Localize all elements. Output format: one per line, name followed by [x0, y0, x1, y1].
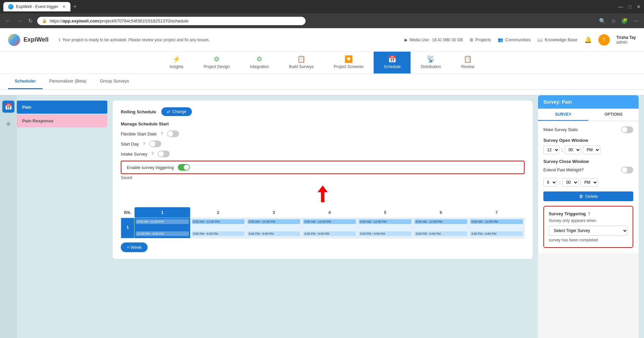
forward-button[interactable]: → [15, 16, 23, 25]
username: Trisha Tay [616, 35, 636, 40]
trigger-survey-select[interactable]: Select Triger Survey [549, 226, 628, 236]
make-static-toggle[interactable] [621, 126, 633, 133]
close-button[interactable]: ✕ [637, 4, 641, 9]
extensions-icon[interactable]: 🧩 [620, 16, 629, 25]
main-content: Rolling Schedule ⇄ Change Manage Schedul… [107, 95, 538, 338]
sub-tab-group-surveys[interactable]: Group Surveys [93, 74, 136, 89]
logo-area: ExpiWell [8, 34, 49, 46]
reload-button[interactable]: ↻ [27, 16, 34, 25]
flexible-start-row: Flexible Start Date ? [121, 130, 525, 137]
projects-nav[interactable]: ⊞ Projects [470, 37, 491, 42]
cal-day-1[interactable]: 3:00 AM - 12:00 PM 12:00 PM - 6:00 PM [135, 218, 191, 238]
project-design-icon: ⚙ [214, 55, 220, 63]
tab-integration[interactable]: ⚙ Integration [240, 52, 279, 73]
minimize-button[interactable]: — [619, 4, 623, 9]
new-tab-button[interactable]: + [73, 3, 77, 10]
cal-day-7[interactable]: 3:00 AM - 12:00 PM 3:00 PM - 6:00 PM [469, 218, 524, 238]
avatar[interactable]: T [598, 34, 610, 46]
cal-day-6[interactable]: 3:00 AM - 12:00 PM 3:00 PM - 6:00 PM [413, 218, 469, 238]
extend-midnight-toggle[interactable] [621, 167, 633, 173]
cal-day-3[interactable]: 3:00 AM - 12:00 PM 3:00 PM - 6:00 PM [246, 218, 302, 238]
warning-banner: ℹ Your project is ready to be activated.… [59, 38, 210, 42]
window-controls: — □ ✕ [619, 4, 641, 9]
project-screener-icon: 🔽 [344, 55, 353, 63]
menu-icon[interactable]: ⋯ [632, 16, 640, 25]
close-hour-select[interactable]: 6 [543, 178, 557, 187]
week-1-header[interactable]: 1 [135, 207, 191, 218]
tab-schedule[interactable]: 📅 Schedule [374, 52, 411, 73]
projects-icon: ⊞ [470, 37, 473, 42]
intake-survey-row: Intake Survey ? [121, 151, 525, 157]
delete-button[interactable]: 🗑 Delete [543, 191, 633, 201]
delete-icon: 🗑 [579, 194, 583, 199]
back-button[interactable]: ← [4, 16, 12, 25]
address-bar[interactable]: 🔒 https://app.expiwell.com/project/67078… [37, 17, 306, 25]
close-window-title: Survey Close Window [543, 159, 633, 164]
cal-day-4[interactable]: 3:00 AM - 12:00 PM 3:00 PM - 6:00 PM [302, 218, 357, 238]
week-3-header[interactable]: 3 [246, 207, 302, 218]
flexible-start-toggle[interactable] [167, 130, 179, 137]
browser-tab[interactable]: ExpiWell - Event trigger ✕ [3, 2, 70, 11]
knowledge-base-label: Knowledge Base [545, 37, 578, 42]
left-sidebar: Pain Pain Response [17, 95, 107, 338]
communities-label: Communities [505, 37, 531, 42]
week-6-header[interactable]: 6 [413, 207, 469, 218]
start-day-toggle[interactable] [149, 140, 161, 147]
tab-insights[interactable]: ⚡ Insights [160, 52, 194, 73]
add-week-button[interactable]: + Week [121, 242, 148, 252]
tab-favicon [8, 4, 13, 9]
tab-build-surveys[interactable]: 📋 Build Surveys [279, 52, 324, 73]
week-5-header[interactable]: 5 [357, 207, 413, 218]
start-day-row: Start Day ? [121, 140, 525, 147]
tab-review[interactable]: 📋 Review [451, 52, 484, 73]
calendar-sidebar-icon[interactable]: 📅 [2, 101, 14, 113]
make-static-label: Make Survey Static [543, 127, 578, 132]
tab-nav: ⚡ Insights ⚙ Project Design ⚙ Integratio… [0, 52, 644, 74]
user-role: admin [616, 40, 636, 45]
tab-close-button[interactable]: ✕ [62, 4, 66, 9]
enable-triggering-toggle[interactable] [178, 164, 190, 171]
flexible-start-help-icon: ? [161, 131, 163, 136]
tab-project-screener[interactable]: 🔽 Project Screener [324, 52, 374, 73]
sidebar-item-pain[interactable]: Pain [17, 101, 107, 114]
tab-distribution[interactable]: 📡 Distribution [411, 52, 451, 73]
right-panel-header: Survey: Pain [538, 95, 639, 109]
cal-day-5[interactable]: 3:00 AM - 12:00 PM 3:00 PM - 6:00 PM [357, 218, 413, 238]
tab-project-design[interactable]: ⚙ Project Design [194, 52, 240, 73]
rp-tab-survey[interactable]: SURVEY [538, 109, 588, 121]
start-day-help-icon: ? [143, 142, 145, 146]
open-hour-select[interactable]: 12 [543, 146, 559, 154]
change-button[interactable]: ⇄ Change [161, 107, 192, 116]
sub-tab-bar: Scheduler Personalizer (Beta) Group Surv… [0, 74, 644, 90]
change-icon: ⇄ [167, 109, 170, 114]
open-ampm-select[interactable]: PM [583, 146, 600, 154]
cal-day-2[interactable]: 3:00 AM - 12:00 PM 3:00 PM - 6:00 PM [190, 218, 246, 238]
close-ampm-select[interactable]: PM [581, 178, 598, 187]
sidebar-item-pain-response[interactable]: Pain Response [17, 114, 107, 127]
time-colon-2: : [559, 180, 560, 185]
distribution-icon: 📡 [427, 55, 435, 63]
app-header: ExpiWell ℹ Your project is ready to be a… [0, 28, 644, 52]
close-window-time: 6 : 00 PM [543, 178, 633, 187]
search-icon[interactable]: 🔍 [598, 16, 607, 25]
rolling-schedule-row: Rolling Schedule ⇄ Change [121, 107, 525, 116]
bookmark-icon[interactable]: ☆ [610, 16, 617, 25]
close-min-select[interactable]: 00 [562, 178, 579, 187]
notifications-icon[interactable]: 🔔 [584, 36, 592, 44]
rolling-schedule-label: Rolling Schedule [121, 109, 156, 114]
rp-tab-options[interactable]: OPTIONS [588, 109, 639, 121]
intake-survey-toggle[interactable] [158, 151, 170, 157]
week-4-header[interactable]: 4 [302, 207, 357, 218]
sub-tab-personalizer[interactable]: Personalizer (Beta) [43, 74, 93, 89]
network-sidebar-icon[interactable]: ⚛ [2, 118, 14, 130]
knowledge-base-nav[interactable]: 📖 Knowledge Base [537, 37, 578, 42]
week-2-header[interactable]: 2 [190, 207, 246, 218]
maximize-button[interactable]: □ [629, 4, 631, 9]
communities-nav[interactable]: 👥 Communities [498, 37, 531, 42]
schedule-icon: 📅 [388, 55, 396, 63]
week-7-header[interactable]: 7 [469, 207, 524, 218]
info-icon: ℹ [59, 38, 60, 42]
week-number: 1 [121, 218, 135, 238]
open-min-select[interactable]: 00 [565, 146, 581, 154]
sub-tab-scheduler[interactable]: Scheduler [8, 74, 43, 89]
